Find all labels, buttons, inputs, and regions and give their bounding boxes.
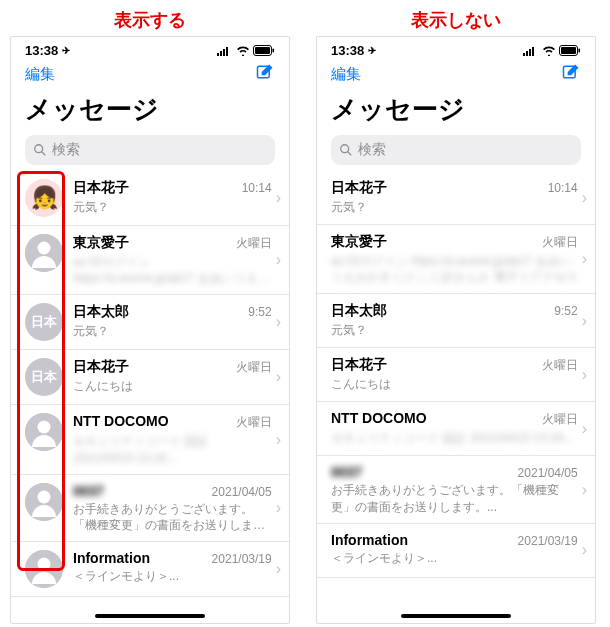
contact-name: 日本太郎: [73, 303, 129, 321]
conversation-row[interactable]: 東京愛子 火曜日 au IDログイン https://a.auone.jp/ak…: [11, 226, 289, 295]
contact-name: Information: [331, 532, 408, 548]
message-preview: こんにちは: [331, 376, 578, 392]
chevron-right-icon: ›: [578, 420, 587, 438]
contact-name: 日本花子: [73, 358, 129, 376]
chevron-right-icon: ›: [272, 189, 281, 207]
timestamp: 火曜日: [542, 234, 578, 251]
contact-name: 日本花子: [331, 356, 387, 374]
chevron-right-icon: ›: [272, 251, 281, 269]
chevron-right-icon: ›: [578, 250, 587, 268]
message-preview: セキュリティコード 認証 2021/04/23 13:16...: [331, 430, 578, 446]
svg-point-13: [38, 421, 51, 434]
chevron-right-icon: ›: [578, 312, 587, 330]
conversation-row[interactable]: 日本 日本花子 火曜日 こんにちは ›: [11, 350, 289, 405]
conversation-list: 👧 日本花子 10:14 元気？ › 東京愛子 火曜日 au IDログイン ht…: [317, 171, 595, 578]
svg-rect-6: [273, 49, 275, 53]
page-title: メッセージ: [317, 88, 595, 135]
message-preview: ＜ラインモより＞...: [73, 568, 272, 584]
search-input[interactable]: 検索: [331, 135, 581, 165]
timestamp: 火曜日: [542, 411, 578, 428]
home-indicator: [95, 614, 205, 618]
conversation-row[interactable]: 👧 日本花子 10:14 元気？ ›: [317, 171, 595, 225]
conversation-row[interactable]: 👧 日本花子 10:14 元気？ ›: [11, 171, 289, 226]
compose-icon[interactable]: [561, 62, 581, 86]
svg-rect-24: [579, 49, 581, 53]
timestamp: 2021/04/05: [212, 485, 272, 499]
svg-rect-18: [523, 53, 525, 56]
svg-line-27: [348, 152, 352, 156]
contact-name: 日本花子: [73, 179, 129, 197]
conversation-row[interactable]: 0037 2021/04/05 お手続きありがとうございます。「機種変更」の書面…: [317, 456, 595, 523]
timestamp: 火曜日: [236, 235, 272, 252]
chevron-right-icon: ›: [272, 560, 281, 578]
avatar: [25, 550, 63, 588]
svg-point-11: [38, 242, 51, 255]
contact-name: 0037: [73, 483, 104, 499]
contact-name: 東京愛子: [331, 233, 387, 251]
message-preview: 元気？: [73, 199, 272, 215]
timestamp: 10:14: [242, 181, 272, 195]
status-bar: 13:38 ✈: [317, 37, 595, 60]
chevron-right-icon: ›: [578, 366, 587, 384]
avatar: 日本: [25, 303, 63, 341]
avatar: [25, 483, 63, 521]
avatar: 日本: [25, 358, 63, 396]
conversation-row[interactable]: 日本 日本太郎 9:52 元気？ ›: [11, 295, 289, 350]
search-input[interactable]: 検索: [25, 135, 275, 165]
message-preview: お手続きありがとうございます。「機種変更」の書面をお送りします。...: [331, 482, 578, 514]
conversation-row[interactable]: NTT DOCOMO 火曜日 セキュリティコード 認証 2021/04/23 1…: [11, 405, 289, 474]
svg-line-9: [42, 152, 46, 156]
conversation-list: 👧 日本花子 10:14 元気？ › 東京愛子 火曜日 au IDログイン ht…: [11, 171, 289, 597]
conversation-row[interactable]: 日本 日本太郎 9:52 元気？ ›: [317, 294, 595, 348]
chevron-right-icon: ›: [578, 481, 587, 499]
conversation-row[interactable]: NTT DOCOMO 火曜日 セキュリティコード 認証 2021/04/23 1…: [317, 402, 595, 456]
chevron-right-icon: ›: [272, 499, 281, 517]
compose-icon[interactable]: [255, 62, 275, 86]
status-time: 13:38: [331, 43, 364, 58]
timestamp: 2021/03/19: [212, 552, 272, 566]
status-time: 13:38: [25, 43, 58, 58]
svg-rect-23: [561, 47, 576, 54]
conversation-row[interactable]: 日本 日本花子 火曜日 こんにちは ›: [317, 348, 595, 402]
svg-rect-19: [526, 51, 528, 56]
timestamp: 火曜日: [236, 414, 272, 431]
svg-point-17: [38, 558, 51, 571]
location-icon: ✈: [368, 45, 376, 56]
timestamp: 9:52: [248, 305, 271, 319]
conversation-row[interactable]: Information 2021/03/19 ＜ラインモより＞... ›: [11, 542, 289, 597]
search-placeholder: 検索: [52, 141, 80, 159]
contact-name: 日本花子: [331, 179, 387, 197]
svg-point-15: [38, 490, 51, 503]
chevron-right-icon: ›: [272, 431, 281, 449]
conversation-row[interactable]: Information 2021/03/19 ＜ラインモより＞... ›: [317, 524, 595, 578]
search-placeholder: 検索: [358, 141, 386, 159]
conversation-row[interactable]: 0037 2021/04/05 お手続きありがとうございます。「機種変更」の書面…: [11, 475, 289, 542]
svg-point-26: [341, 145, 349, 153]
conversation-row[interactable]: 東京愛子 火曜日 au IDログイン https://a.auone.jp/ak…: [317, 225, 595, 294]
contact-name: 日本太郎: [331, 302, 387, 320]
message-preview: 元気？: [331, 322, 578, 338]
status-icons: [523, 45, 581, 56]
location-icon: ✈: [62, 45, 70, 56]
chevron-right-icon: ›: [578, 189, 587, 207]
timestamp: 火曜日: [542, 357, 578, 374]
contact-name: Information: [73, 550, 150, 566]
message-preview: こんにちは: [73, 378, 272, 394]
edit-button[interactable]: 編集: [25, 65, 55, 84]
edit-button[interactable]: 編集: [331, 65, 361, 84]
timestamp: 2021/03/19: [518, 534, 578, 548]
avatar: 👧: [25, 179, 63, 217]
avatar: [25, 413, 63, 451]
timestamp: 9:52: [554, 304, 577, 318]
svg-rect-5: [255, 47, 270, 54]
status-icons: [217, 45, 275, 56]
chevron-right-icon: ›: [272, 368, 281, 386]
timestamp: 2021/04/05: [518, 466, 578, 480]
timestamp: 10:14: [548, 181, 578, 195]
chevron-right-icon: ›: [272, 313, 281, 331]
contact-name: 東京愛子: [73, 234, 129, 252]
message-preview: 元気？: [331, 199, 578, 215]
avatar: [25, 234, 63, 272]
message-preview: au IDログイン https://a.auone.jp/ak17 ああいうえお…: [73, 254, 272, 286]
status-bar: 13:38 ✈: [11, 37, 289, 60]
